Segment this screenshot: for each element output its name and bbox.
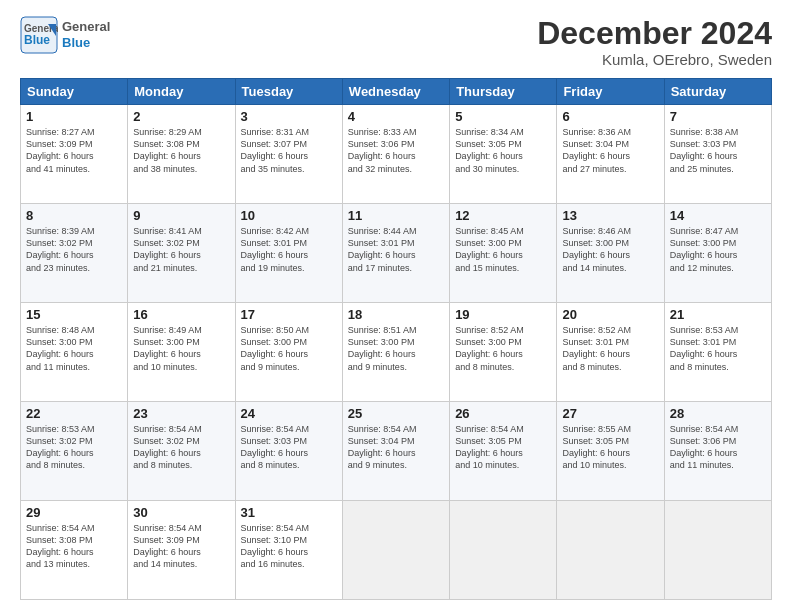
month-title: December 2024 <box>537 16 772 51</box>
day-detail: Sunrise: 8:33 AMSunset: 3:06 PMDaylight:… <box>348 126 444 175</box>
day-number: 20 <box>562 307 658 322</box>
day-cell: 3Sunrise: 8:31 AMSunset: 3:07 PMDaylight… <box>235 105 342 204</box>
day-cell <box>342 501 449 600</box>
day-cell: 4Sunrise: 8:33 AMSunset: 3:06 PMDaylight… <box>342 105 449 204</box>
day-detail: Sunrise: 8:41 AMSunset: 3:02 PMDaylight:… <box>133 225 229 274</box>
day-detail: Sunrise: 8:54 AMSunset: 3:02 PMDaylight:… <box>133 423 229 472</box>
day-number: 4 <box>348 109 444 124</box>
day-cell: 25Sunrise: 8:54 AMSunset: 3:04 PMDayligh… <box>342 402 449 501</box>
day-detail: Sunrise: 8:27 AMSunset: 3:09 PMDaylight:… <box>26 126 122 175</box>
title-block: December 2024 Kumla, OErebro, Sweden <box>537 16 772 68</box>
logo-blue: Blue <box>62 35 110 51</box>
day-cell: 22Sunrise: 8:53 AMSunset: 3:02 PMDayligh… <box>21 402 128 501</box>
day-detail: Sunrise: 8:53 AMSunset: 3:02 PMDaylight:… <box>26 423 122 472</box>
day-cell <box>557 501 664 600</box>
day-cell: 19Sunrise: 8:52 AMSunset: 3:00 PMDayligh… <box>450 303 557 402</box>
day-number: 10 <box>241 208 337 223</box>
svg-text:Blue: Blue <box>24 33 50 47</box>
day-detail: Sunrise: 8:45 AMSunset: 3:00 PMDaylight:… <box>455 225 551 274</box>
day-cell: 9Sunrise: 8:41 AMSunset: 3:02 PMDaylight… <box>128 204 235 303</box>
day-number: 28 <box>670 406 766 421</box>
day-number: 25 <box>348 406 444 421</box>
day-number: 5 <box>455 109 551 124</box>
day-number: 11 <box>348 208 444 223</box>
day-detail: Sunrise: 8:48 AMSunset: 3:00 PMDaylight:… <box>26 324 122 373</box>
day-detail: Sunrise: 8:51 AMSunset: 3:00 PMDaylight:… <box>348 324 444 373</box>
day-cell: 8Sunrise: 8:39 AMSunset: 3:02 PMDaylight… <box>21 204 128 303</box>
day-cell <box>664 501 771 600</box>
day-cell: 7Sunrise: 8:38 AMSunset: 3:03 PMDaylight… <box>664 105 771 204</box>
week-row-1: 1Sunrise: 8:27 AMSunset: 3:09 PMDaylight… <box>21 105 772 204</box>
day-number: 6 <box>562 109 658 124</box>
day-number: 18 <box>348 307 444 322</box>
day-cell: 24Sunrise: 8:54 AMSunset: 3:03 PMDayligh… <box>235 402 342 501</box>
day-number: 31 <box>241 505 337 520</box>
day-cell: 14Sunrise: 8:47 AMSunset: 3:00 PMDayligh… <box>664 204 771 303</box>
day-cell: 1Sunrise: 8:27 AMSunset: 3:09 PMDaylight… <box>21 105 128 204</box>
col-header-thursday: Thursday <box>450 79 557 105</box>
day-cell: 17Sunrise: 8:50 AMSunset: 3:00 PMDayligh… <box>235 303 342 402</box>
day-cell: 5Sunrise: 8:34 AMSunset: 3:05 PMDaylight… <box>450 105 557 204</box>
day-number: 3 <box>241 109 337 124</box>
day-detail: Sunrise: 8:52 AMSunset: 3:00 PMDaylight:… <box>455 324 551 373</box>
day-number: 7 <box>670 109 766 124</box>
day-detail: Sunrise: 8:52 AMSunset: 3:01 PMDaylight:… <box>562 324 658 373</box>
day-number: 2 <box>133 109 229 124</box>
day-cell: 16Sunrise: 8:49 AMSunset: 3:00 PMDayligh… <box>128 303 235 402</box>
day-number: 23 <box>133 406 229 421</box>
day-cell: 31Sunrise: 8:54 AMSunset: 3:10 PMDayligh… <box>235 501 342 600</box>
day-cell: 23Sunrise: 8:54 AMSunset: 3:02 PMDayligh… <box>128 402 235 501</box>
day-cell: 26Sunrise: 8:54 AMSunset: 3:05 PMDayligh… <box>450 402 557 501</box>
logo-general: General <box>62 19 110 35</box>
day-number: 8 <box>26 208 122 223</box>
day-detail: Sunrise: 8:49 AMSunset: 3:00 PMDaylight:… <box>133 324 229 373</box>
day-number: 29 <box>26 505 122 520</box>
col-header-monday: Monday <box>128 79 235 105</box>
day-cell: 6Sunrise: 8:36 AMSunset: 3:04 PMDaylight… <box>557 105 664 204</box>
col-header-saturday: Saturday <box>664 79 771 105</box>
day-number: 9 <box>133 208 229 223</box>
day-detail: Sunrise: 8:34 AMSunset: 3:05 PMDaylight:… <box>455 126 551 175</box>
day-number: 16 <box>133 307 229 322</box>
day-number: 17 <box>241 307 337 322</box>
day-detail: Sunrise: 8:54 AMSunset: 3:03 PMDaylight:… <box>241 423 337 472</box>
day-cell: 2Sunrise: 8:29 AMSunset: 3:08 PMDaylight… <box>128 105 235 204</box>
col-header-sunday: Sunday <box>21 79 128 105</box>
week-row-5: 29Sunrise: 8:54 AMSunset: 3:08 PMDayligh… <box>21 501 772 600</box>
day-detail: Sunrise: 8:54 AMSunset: 3:08 PMDaylight:… <box>26 522 122 571</box>
location-title: Kumla, OErebro, Sweden <box>537 51 772 68</box>
day-number: 26 <box>455 406 551 421</box>
week-row-2: 8Sunrise: 8:39 AMSunset: 3:02 PMDaylight… <box>21 204 772 303</box>
day-detail: Sunrise: 8:50 AMSunset: 3:00 PMDaylight:… <box>241 324 337 373</box>
day-detail: Sunrise: 8:39 AMSunset: 3:02 PMDaylight:… <box>26 225 122 274</box>
day-cell: 27Sunrise: 8:55 AMSunset: 3:05 PMDayligh… <box>557 402 664 501</box>
day-detail: Sunrise: 8:54 AMSunset: 3:06 PMDaylight:… <box>670 423 766 472</box>
logo: General Blue General Blue <box>20 16 110 54</box>
day-detail: Sunrise: 8:42 AMSunset: 3:01 PMDaylight:… <box>241 225 337 274</box>
day-number: 12 <box>455 208 551 223</box>
day-detail: Sunrise: 8:44 AMSunset: 3:01 PMDaylight:… <box>348 225 444 274</box>
day-number: 14 <box>670 208 766 223</box>
day-cell: 28Sunrise: 8:54 AMSunset: 3:06 PMDayligh… <box>664 402 771 501</box>
day-number: 22 <box>26 406 122 421</box>
day-cell: 15Sunrise: 8:48 AMSunset: 3:00 PMDayligh… <box>21 303 128 402</box>
day-number: 15 <box>26 307 122 322</box>
day-detail: Sunrise: 8:46 AMSunset: 3:00 PMDaylight:… <box>562 225 658 274</box>
day-cell <box>450 501 557 600</box>
day-number: 30 <box>133 505 229 520</box>
day-cell: 13Sunrise: 8:46 AMSunset: 3:00 PMDayligh… <box>557 204 664 303</box>
day-detail: Sunrise: 8:53 AMSunset: 3:01 PMDaylight:… <box>670 324 766 373</box>
col-header-friday: Friday <box>557 79 664 105</box>
day-cell: 12Sunrise: 8:45 AMSunset: 3:00 PMDayligh… <box>450 204 557 303</box>
day-detail: Sunrise: 8:29 AMSunset: 3:08 PMDaylight:… <box>133 126 229 175</box>
day-detail: Sunrise: 8:31 AMSunset: 3:07 PMDaylight:… <box>241 126 337 175</box>
col-header-wednesday: Wednesday <box>342 79 449 105</box>
day-number: 21 <box>670 307 766 322</box>
day-number: 24 <box>241 406 337 421</box>
day-cell: 11Sunrise: 8:44 AMSunset: 3:01 PMDayligh… <box>342 204 449 303</box>
week-row-3: 15Sunrise: 8:48 AMSunset: 3:00 PMDayligh… <box>21 303 772 402</box>
logo-icon: General Blue <box>20 16 58 54</box>
page-header: General Blue General Blue December 2024 … <box>20 16 772 68</box>
day-number: 19 <box>455 307 551 322</box>
day-detail: Sunrise: 8:54 AMSunset: 3:05 PMDaylight:… <box>455 423 551 472</box>
